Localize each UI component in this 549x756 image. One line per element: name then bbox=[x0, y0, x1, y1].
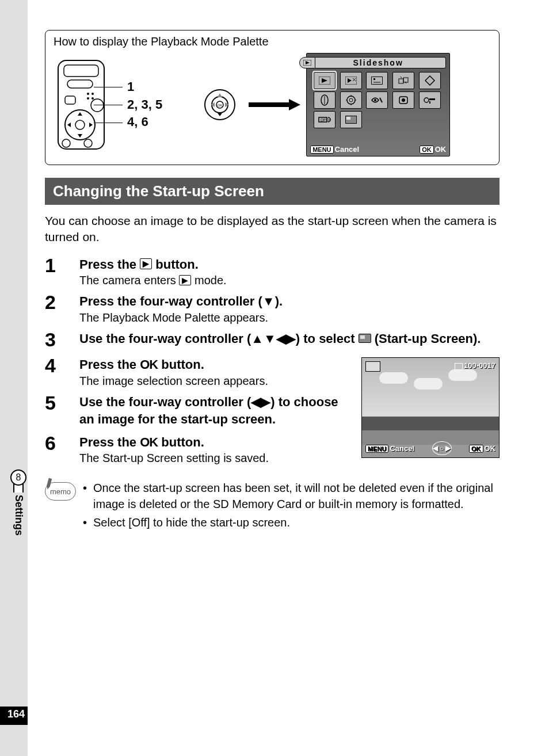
chapter-label: Settings bbox=[13, 495, 25, 536]
menu-button-label: MENU bbox=[310, 146, 333, 154]
palette-icon bbox=[392, 72, 414, 89]
callout-1: 1 bbox=[127, 78, 162, 96]
svg-point-5 bbox=[92, 93, 94, 95]
cancel-label: Cancel bbox=[335, 145, 360, 154]
svg-rect-17 bbox=[249, 102, 289, 107]
camera-step-callouts: 1 2, 3, 5 4, 6 bbox=[127, 78, 162, 131]
palette-icon bbox=[366, 72, 388, 89]
memo-icon: memo bbox=[45, 482, 76, 504]
step-5: 5 Use the four-way controller (◀▶) to ch… bbox=[45, 392, 354, 427]
palette-icon: DPOF bbox=[314, 111, 336, 128]
page-content: How to display the Playback Mode Palette bbox=[45, 30, 500, 533]
ok-button-text: OK bbox=[140, 357, 158, 372]
step-number: 1 bbox=[45, 255, 79, 288]
step-main: Use the four-way controller (◀▶) to choo… bbox=[79, 394, 354, 427]
step-6: 6 Press the OK button. The Start-up Scre… bbox=[45, 433, 354, 465]
step-sub: The image selection screen appears. bbox=[79, 375, 354, 388]
palette-icon bbox=[314, 72, 336, 89]
ok-button-text: OK bbox=[140, 435, 158, 449]
step-1: 1 Press the ▶ button. The camera enters … bbox=[45, 255, 500, 288]
menu-button-label: MENU bbox=[365, 445, 388, 453]
svg-rect-38 bbox=[346, 117, 350, 120]
step-main: Use the four-way controller (▲▼◀▶) to se… bbox=[79, 330, 500, 348]
svg-rect-24 bbox=[399, 79, 403, 83]
svg-point-8 bbox=[91, 99, 104, 112]
svg-text:OK: OK bbox=[218, 104, 223, 107]
playback-icon: ▶ bbox=[179, 275, 191, 286]
page-number: 164 bbox=[5, 708, 28, 720]
palette-icon bbox=[340, 111, 362, 128]
lcd-footer: MENUCancel OKOK bbox=[310, 145, 446, 154]
palette-icon bbox=[419, 91, 441, 109]
svg-rect-3 bbox=[65, 96, 75, 104]
playback-tab-icon bbox=[299, 57, 315, 68]
palette-icon bbox=[419, 72, 441, 89]
step-number: 2 bbox=[45, 292, 79, 324]
palette-icon-grid: DPOF bbox=[310, 72, 446, 128]
step-main: Press the ▶ button. bbox=[79, 256, 500, 273]
lcd-palette-screen: Slideshow DPOF MENUCanc bbox=[306, 53, 450, 156]
memo-item: Once the start-up screen has been set, i… bbox=[83, 480, 500, 512]
lcd-title-bar: Slideshow bbox=[310, 57, 446, 68]
step-2: 2 Press the four-way controller (▼). The… bbox=[45, 292, 500, 324]
four-way-controller-icon: ◀ ○ ▶ bbox=[432, 441, 452, 455]
svg-point-12 bbox=[84, 139, 92, 147]
playback-icon: ▶ bbox=[140, 258, 152, 269]
four-way-controller-icon: OK bbox=[203, 87, 237, 122]
startup-screen-icon bbox=[359, 334, 371, 343]
svg-rect-33 bbox=[429, 98, 435, 100]
callout-3: 4, 6 bbox=[127, 113, 162, 131]
memo-list: Once the start-up screen has been set, i… bbox=[83, 480, 500, 533]
svg-point-4 bbox=[87, 93, 89, 95]
arrow-right-icon bbox=[249, 99, 300, 110]
folder-icon bbox=[455, 363, 463, 370]
svg-point-29 bbox=[349, 98, 353, 102]
lcd-mode-title: Slideshow bbox=[353, 58, 403, 67]
left-margin bbox=[0, 0, 28, 756]
step-sub: The Start-up Screen setting is saved. bbox=[79, 452, 354, 465]
svg-point-7 bbox=[92, 97, 94, 100]
svg-rect-21 bbox=[372, 77, 383, 85]
file-number: 100-0017 bbox=[455, 361, 495, 370]
step-main: Press the OK button. bbox=[79, 434, 354, 451]
palette-icon bbox=[392, 91, 414, 109]
section-header: Changing the Start-up Screen bbox=[45, 178, 500, 205]
memo-section: memo Once the start-up screen has been s… bbox=[45, 480, 500, 533]
ok-button-label: OK bbox=[469, 445, 483, 453]
lcd-image-selection-screen: 100-0017 MENUCancel ◀ ○ ▶ OKOK bbox=[361, 357, 500, 458]
cancel-label: Cancel bbox=[390, 444, 414, 453]
memo-item: Select [Off] to hide the start-up screen… bbox=[83, 514, 500, 530]
svg-point-11 bbox=[62, 139, 70, 147]
palette-icon bbox=[340, 72, 362, 89]
svg-rect-25 bbox=[403, 78, 408, 82]
ok-text: OK bbox=[435, 145, 447, 154]
step-number: 4 bbox=[45, 355, 79, 388]
step-number: 6 bbox=[45, 433, 79, 465]
palette-icon bbox=[314, 91, 336, 109]
svg-rect-22 bbox=[373, 78, 375, 80]
step-main: Press the four-way controller (▼). bbox=[79, 293, 500, 310]
callout-2: 2, 3, 5 bbox=[127, 96, 162, 114]
svg-text:DPOF: DPOF bbox=[321, 118, 331, 122]
svg-rect-1 bbox=[64, 65, 98, 77]
startup-screen-icon bbox=[365, 361, 380, 372]
svg-point-10 bbox=[75, 120, 85, 129]
svg-rect-2 bbox=[67, 80, 93, 88]
intro-text: You can choose an image to be displayed … bbox=[45, 213, 500, 246]
svg-point-28 bbox=[347, 96, 355, 104]
howto-box: How to display the Playback Mode Palette bbox=[45, 30, 500, 165]
step-number: 3 bbox=[45, 329, 79, 350]
svg-rect-34 bbox=[429, 101, 430, 104]
svg-point-30 bbox=[374, 99, 376, 101]
palette-icon bbox=[340, 91, 362, 109]
ok-button-label: OK bbox=[420, 146, 434, 154]
step-main: Press the OK button. bbox=[79, 356, 354, 373]
svg-point-32 bbox=[424, 98, 429, 102]
svg-point-31 bbox=[402, 98, 405, 102]
step-4: 4 Press the OK button. The image selecti… bbox=[45, 355, 354, 388]
side-tab: 8 Settings bbox=[10, 469, 26, 536]
step-sub: The Playback Mode Palette appears. bbox=[79, 311, 500, 324]
step-3: 3 Use the four-way controller (▲▼◀▶) to … bbox=[45, 329, 500, 350]
svg-point-6 bbox=[87, 97, 89, 100]
ok-text: OK bbox=[485, 444, 496, 453]
